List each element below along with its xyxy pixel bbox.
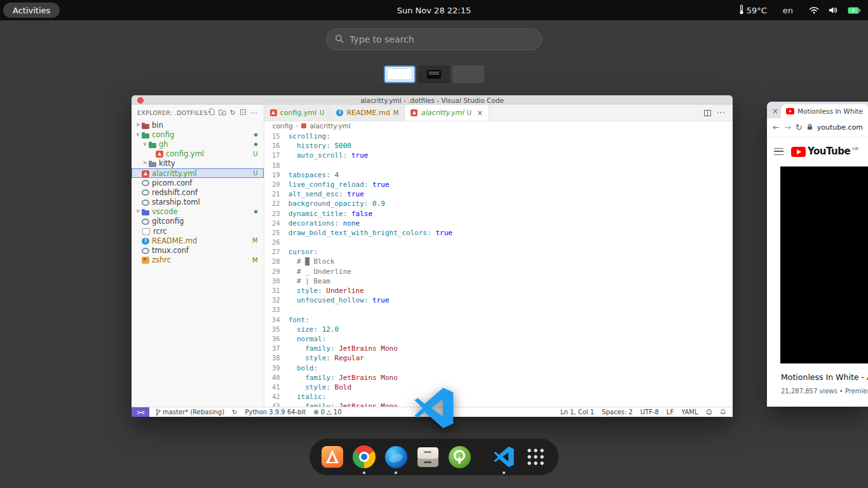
code-line[interactable]: 22background_opacity: 0.9	[264, 199, 733, 208]
volume-icon[interactable]	[829, 6, 838, 14]
activities-button[interactable]: Activities	[3, 3, 60, 18]
tree-item-README.md[interactable]: README.mdM	[132, 236, 264, 245]
collapse-all-icon[interactable]	[240, 109, 247, 117]
code-line[interactable]: 19tabspaces: 4	[264, 170, 733, 180]
split-editor-icon[interactable]	[704, 110, 711, 116]
close-button[interactable]	[137, 97, 144, 104]
new-file-icon[interactable]	[208, 108, 215, 117]
tree-item-rcrc[interactable]: rcrc	[132, 226, 264, 236]
new-folder-icon[interactable]	[219, 109, 226, 117]
remote-indicator[interactable]: ><	[132, 407, 149, 417]
editor-more-actions-icon[interactable]: ···	[717, 109, 726, 118]
code-line[interactable]: 31 style: Underline	[264, 286, 733, 295]
clock[interactable]: Sun Nov 28 22:15	[397, 0, 471, 20]
dock-chrome-icon[interactable]	[351, 444, 377, 470]
code-line[interactable]: 38 style: Regular	[264, 353, 733, 363]
dock-keepassxc-icon[interactable]	[447, 444, 472, 470]
code-line[interactable]: 27cursor:	[264, 247, 733, 257]
dock-vscode-icon[interactable]	[491, 444, 517, 470]
file-encoding[interactable]: UTF-8	[641, 409, 659, 416]
youtube-logo[interactable]: YouTube UA	[791, 146, 858, 157]
code-line[interactable]: 21alt_send_esc: true	[264, 189, 733, 199]
tree-item-redshift.conf[interactable]: redshift.conf	[132, 187, 264, 197]
tree-item-zshrc[interactable]: zshrcM	[132, 255, 264, 265]
code-line[interactable]: 40 family: JetBrains Mono	[264, 373, 733, 383]
hamburger-menu-icon[interactable]	[774, 148, 783, 155]
code-line[interactable]: 29 # _ Underline	[264, 267, 733, 276]
git-branch-indicator[interactable]: master* (Rebasing)	[156, 409, 224, 416]
tree-item-bin[interactable]: >bin	[132, 120, 264, 130]
code-line[interactable]: 17 auto_scroll: true	[264, 151, 733, 160]
temperature-indicator[interactable]: 59°C	[739, 4, 767, 17]
breadcrumb-folder[interactable]: config	[273, 122, 293, 130]
code-editor[interactable]: 15scrolling:16 history: 500017 auto_scro…	[264, 130, 733, 407]
tree-item-alacritty.yml[interactable]: alacritty.ymlU	[132, 168, 264, 178]
feedback-icon[interactable]: ☺	[706, 409, 712, 416]
code-line[interactable]: 20live_config_reload: true	[264, 180, 733, 189]
battery-icon[interactable]	[848, 7, 860, 14]
cursor-position[interactable]: Ln 1, Col 1	[560, 409, 594, 416]
code-line[interactable]: 34font:	[264, 315, 733, 325]
breadcrumb[interactable]: config › alacritty.yml	[264, 121, 733, 130]
python-interpreter[interactable]: Python 3.9.9 64-bit	[245, 409, 306, 416]
code-line[interactable]: 41 style: Bold	[264, 383, 733, 392]
breadcrumb-file[interactable]: alacritty.yml	[309, 122, 350, 130]
tree-item-starship.toml[interactable]: starship.toml	[132, 198, 264, 207]
eol-setting[interactable]: LF	[667, 409, 674, 416]
close-tab-icon[interactable]: ×	[477, 109, 483, 118]
vscode-titlebar[interactable]: alacritty.yml - .dotfiles - Visual Studi…	[132, 95, 733, 105]
notifications-bell-icon[interactable]	[720, 409, 726, 416]
dock-files-icon[interactable]	[415, 444, 440, 470]
dock-edge-icon[interactable]	[383, 444, 409, 470]
close-tab-icon[interactable]: ×	[770, 105, 780, 117]
forward-button[interactable]: →	[784, 123, 791, 132]
address-bar[interactable]: youtube.com/wa	[817, 123, 863, 132]
workspace-thumbnail-1[interactable]	[384, 65, 416, 83]
code-line[interactable]: 26	[264, 238, 733, 247]
language-mode[interactable]: YAML	[681, 409, 698, 416]
problems-indicator[interactable]: ⊗ 0 △ 10	[313, 409, 341, 416]
tree-item-gitconfig[interactable]: gitconfig	[132, 217, 264, 226]
code-line[interactable]: 36 normal:	[264, 334, 733, 344]
code-line[interactable]: 39 bold:	[264, 363, 733, 373]
more-actions-icon[interactable]: ···	[250, 109, 257, 116]
dock-alacritty-icon[interactable]	[320, 444, 345, 470]
tree-item-vscode[interactable]: >vscode●	[132, 207, 264, 217]
dock-app-grid-icon[interactable]	[523, 444, 548, 470]
chrome-tab-youtube[interactable]: Motionless In White -	[781, 104, 868, 118]
code-line[interactable]: 18	[264, 161, 733, 170]
code-line[interactable]: 33	[264, 305, 733, 315]
tree-item-config.yml[interactable]: config.ymlU	[132, 149, 264, 159]
code-line[interactable]: 42 italic:	[264, 392, 733, 402]
code-line[interactable]: 37 family: JetBrains Mono	[264, 344, 733, 353]
tree-item-tmux.conf[interactable]: tmux.conf	[132, 245, 264, 255]
tab-alacritty.yml[interactable]: alacritty.ymlU×	[405, 105, 489, 121]
code-line[interactable]: 23dynamic_title: false	[264, 209, 733, 219]
search-input[interactable]	[349, 34, 533, 44]
wifi-icon[interactable]	[809, 6, 819, 14]
tab-config.yml[interactable]: config.ymlU	[264, 105, 331, 121]
video-player[interactable]	[780, 166, 868, 363]
code-line[interactable]: 16 history: 5000	[264, 141, 733, 151]
tree-item-kitty[interactable]: >kitty	[132, 159, 264, 168]
indentation-setting[interactable]: Spaces: 2	[602, 409, 633, 416]
tab-README.md[interactable]: README.mdM	[330, 105, 405, 121]
code-line[interactable]: 28 # █ Block	[264, 257, 733, 266]
sync-changes-icon[interactable]: ↻	[232, 409, 237, 416]
tree-item-gh[interactable]: ∨gh●	[132, 139, 264, 149]
code-line[interactable]: 35 size: 12.0	[264, 325, 733, 334]
refresh-icon[interactable]: ↻	[230, 109, 236, 116]
workspace-thumbnail-3[interactable]	[452, 65, 484, 83]
code-line[interactable]: 24decorations: none	[264, 219, 733, 228]
tree-item-picom.conf[interactable]: picom.conf	[132, 178, 264, 187]
tree-item-config[interactable]: ∨config●	[132, 130, 264, 139]
keyboard-layout-indicator[interactable]: en	[783, 6, 793, 15]
back-button[interactable]: ←	[773, 123, 780, 132]
code-line[interactable]: 32 unfocused_hollow: true	[264, 295, 733, 305]
code-line[interactable]: 25draw_bold_text_with_bright_colors: tru…	[264, 228, 733, 238]
code-line[interactable]: 43 family: JetBrains Mono	[264, 402, 733, 407]
workspace-thumbnail-2[interactable]	[418, 65, 450, 83]
code-line[interactable]: 15scrolling:	[264, 132, 733, 141]
code-line[interactable]: 30 # | Beam	[264, 276, 733, 286]
reload-button[interactable]: ↻	[796, 123, 803, 132]
